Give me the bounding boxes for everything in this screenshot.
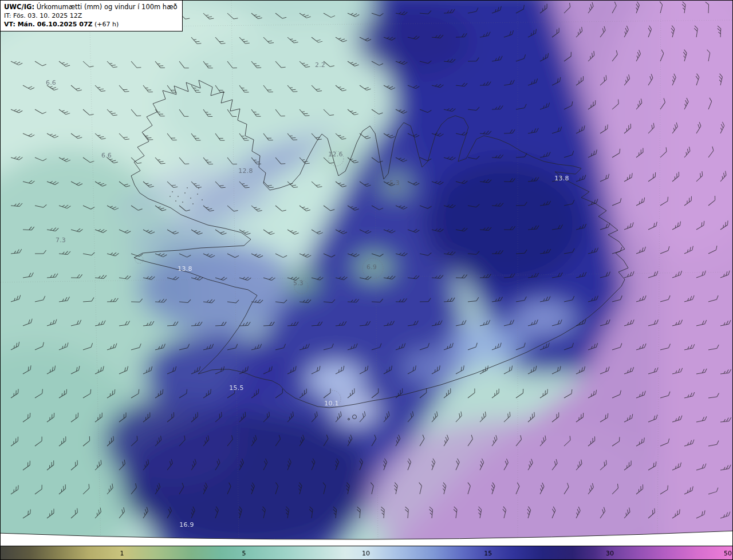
lead-time: (+67 h) bbox=[94, 21, 119, 28]
colorbar-tick: 15 bbox=[484, 546, 492, 560]
colorbar-tick: 10 bbox=[362, 546, 370, 560]
weather-map-frame: 6.62.26.612.812.65.313.87.313.86.95.315.… bbox=[0, 0, 733, 560]
valid-time: VT: Mán. 06.10.2025 07Z bbox=[4, 21, 93, 28]
colorbar-tick: 1 bbox=[120, 546, 124, 560]
title-line: UWC/IG: Úrkomumætti (mm) og vindur í 100… bbox=[4, 2, 178, 11]
precipitation-field bbox=[1, 1, 733, 546]
colorbar-tick: 5 bbox=[242, 546, 246, 560]
precipitation-colorbar: 1510153050 bbox=[1, 546, 733, 560]
map-canvas bbox=[1, 1, 733, 546]
model-name: UWC/IG: bbox=[4, 3, 34, 11]
init-time: IT: Fös. 03. 10. 2025 12Z bbox=[4, 11, 178, 20]
colorbar-tick: 50 bbox=[724, 546, 732, 560]
colorbar-tick: 30 bbox=[606, 546, 614, 560]
map-title: Úrkomumætti (mm) og vindur í 100m hæð bbox=[37, 3, 178, 11]
map-title-box: UWC/IG: Úrkomumætti (mm) og vindur í 100… bbox=[1, 1, 183, 31]
valid-time-line: VT: Mán. 06.10.2025 07Z (+67 h) bbox=[4, 20, 178, 29]
